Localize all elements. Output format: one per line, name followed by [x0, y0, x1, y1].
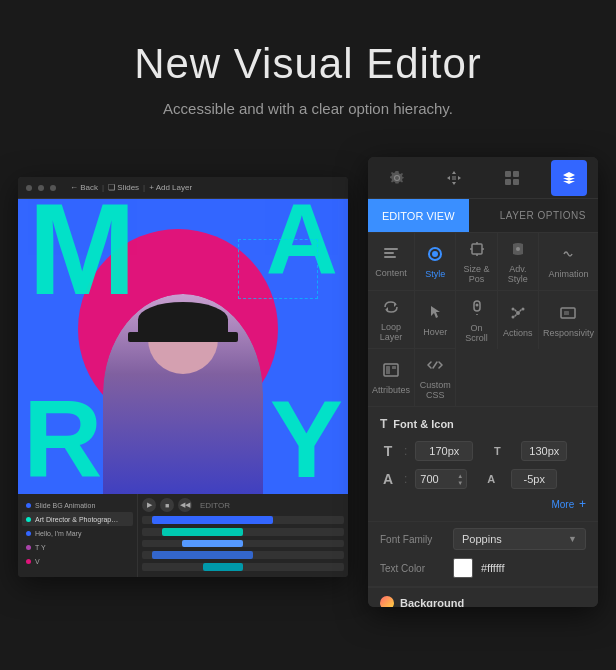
caret-icon: ▼ — [568, 534, 577, 544]
font-icon-section: T Font & Icon T : 170px T 130px A : ▲ — [368, 407, 598, 522]
font-size-input[interactable]: 170px — [415, 441, 473, 461]
layer-item[interactable]: Slide BG Animation — [22, 498, 133, 512]
canvas-selection-box[interactable] — [238, 239, 318, 299]
layer-name: T Y — [35, 544, 46, 551]
layer-item[interactable]: Art Director & Photograp… — [22, 512, 133, 526]
font-family-row: Font Family Poppins ▼ — [380, 528, 586, 550]
more-plus: + — [579, 497, 586, 511]
person-hat-brim — [128, 332, 238, 342]
size-pos-label: Size & Pos — [460, 264, 492, 284]
svg-rect-28 — [386, 366, 390, 374]
more-link[interactable]: More + — [380, 497, 586, 511]
stack-toolbar-icon[interactable] — [551, 160, 587, 196]
font-weight-value[interactable] — [416, 470, 454, 488]
custom-css-icon — [427, 357, 443, 377]
layer-item[interactable]: T Y — [22, 540, 133, 554]
timeline-track — [142, 563, 344, 571]
play-button[interactable]: ▶ — [142, 498, 156, 512]
icon-item-on-scroll[interactable]: On Scroll — [456, 291, 497, 349]
editor-bottom: Slide BG Animation Art Director & Photog… — [18, 494, 348, 577]
timeline-track — [142, 540, 344, 548]
layer-dot — [26, 503, 31, 508]
svg-rect-4 — [384, 248, 398, 250]
icon-item-style[interactable]: Style — [415, 233, 456, 291]
icon-item-attributes[interactable]: Attributes — [368, 349, 415, 406]
icon-item-content[interactable]: Content — [368, 233, 415, 291]
layer-name: Hello, I'm Mary — [35, 530, 81, 537]
font-weight-label-a: A — [380, 471, 396, 487]
font-weight-input[interactable]: ▲ ▼ — [415, 469, 467, 489]
track-fill — [152, 551, 253, 559]
nav-slides[interactable]: ❑ Slides — [108, 183, 139, 192]
layer-dot — [26, 517, 31, 522]
layer-dot — [26, 545, 31, 550]
font-family-section: Font Family Poppins ▼ Text Color #ffffff — [368, 522, 598, 587]
hero-subtitle: Accessible and with a clear option hiera… — [20, 100, 596, 117]
topbar-dot — [50, 185, 56, 191]
style-icon — [427, 246, 443, 266]
icon-item-hover[interactable]: Hover — [415, 291, 456, 349]
svg-rect-9 — [472, 244, 482, 254]
svg-rect-6 — [384, 256, 396, 258]
font-title-icon: T — [380, 417, 387, 431]
move-toolbar-icon[interactable] — [436, 160, 472, 196]
svg-line-23 — [519, 309, 521, 311]
background-label: Background — [400, 597, 464, 607]
svg-line-22 — [514, 309, 516, 311]
nav-add[interactable]: + Add Layer — [149, 183, 192, 192]
on-scroll-icon — [469, 300, 485, 320]
layer-name: Slide BG Animation — [35, 502, 95, 509]
attributes-label: Attributes — [372, 385, 410, 395]
background-section[interactable]: Background — [368, 587, 598, 607]
gear-toolbar-icon[interactable] — [379, 160, 415, 196]
content-area: ← Back | ❑ Slides | + Add Layer M A R Y — [18, 157, 598, 617]
svg-rect-5 — [384, 252, 394, 254]
nav-back[interactable]: ← Back — [70, 183, 98, 192]
layer-dot — [26, 531, 31, 536]
panel-tabs: EDITOR VIEW LAYER OPTIONS — [368, 199, 598, 233]
tab-editor-view[interactable]: EDITOR VIEW — [368, 199, 469, 232]
stop-button[interactable]: ■ — [160, 498, 174, 512]
icon-item-size-pos[interactable]: Size & Pos — [456, 233, 497, 291]
content-icon — [383, 247, 399, 265]
content-label: Content — [375, 268, 407, 278]
layer-item[interactable]: V — [22, 554, 133, 568]
animation-label: Animation — [548, 269, 588, 279]
font-spacing-input[interactable]: -5px — [511, 469, 557, 489]
nav-sep: | — [102, 183, 104, 192]
icon-item-responsivity[interactable]: Responsivity — [539, 291, 598, 349]
svg-rect-1 — [513, 171, 519, 177]
editor-canvas: M A R Y — [18, 199, 348, 494]
font-size-input-2[interactable]: 130px — [521, 441, 567, 461]
icon-item-actions[interactable]: Actions — [498, 291, 539, 349]
size-pos-icon — [469, 241, 485, 261]
rewind-button[interactable]: ◀◀ — [178, 498, 192, 512]
svg-rect-0 — [505, 171, 511, 177]
font-spacing-label: A — [483, 473, 499, 485]
icon-item-adv-style[interactable]: Adv. Style — [498, 233, 539, 291]
track-fill — [152, 516, 273, 524]
font-sep3: : — [404, 472, 407, 486]
person-image — [103, 294, 263, 494]
layers-toolbar-icon[interactable] — [494, 160, 530, 196]
icon-item-custom-css[interactable]: Custom CSS — [415, 349, 456, 406]
font-weight-row: A : ▲ ▼ A -5px — [380, 469, 586, 489]
tab-layer-options[interactable]: LAYER OPTIONS — [500, 210, 598, 221]
svg-point-18 — [516, 311, 520, 315]
track-fill — [203, 563, 243, 571]
icon-item-animation[interactable]: Animation — [539, 233, 598, 291]
font-weight-arrows[interactable]: ▲ ▼ — [454, 473, 466, 486]
font-family-label: Font Family — [380, 534, 445, 545]
responsivity-icon — [560, 305, 576, 325]
svg-line-30 — [433, 362, 437, 368]
nav-sep: | — [143, 183, 145, 192]
icon-item-loop-layer[interactable]: Loop Layer — [368, 291, 415, 349]
font-size-row: T : 170px T 130px — [380, 441, 586, 461]
color-swatch[interactable] — [453, 558, 473, 578]
layer-item[interactable]: Hello, I'm Mary — [22, 526, 133, 540]
font-family-select[interactable]: Poppins ▼ — [453, 528, 586, 550]
svg-rect-29 — [392, 366, 396, 369]
layer-dot — [26, 559, 31, 564]
icon-grid: Content Style — [368, 233, 598, 407]
timeline-track — [142, 516, 344, 524]
